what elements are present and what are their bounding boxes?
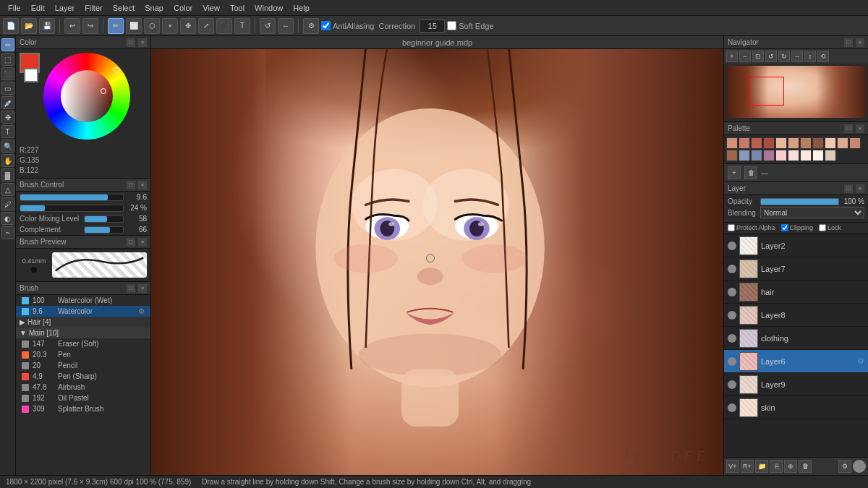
- tool-text[interactable]: T: [1, 125, 14, 138]
- navigator-expand[interactable]: □: [844, 38, 853, 47]
- layer6-gear-icon[interactable]: ⚙: [857, 356, 864, 366]
- correction-input[interactable]: [420, 20, 445, 33]
- toolbar-undo[interactable]: ↩: [64, 18, 80, 34]
- brush-opacity-track[interactable]: [20, 205, 124, 212]
- palette-color-17[interactable]: [800, 150, 812, 161]
- toolbar-new[interactable]: 📄: [3, 18, 19, 34]
- navigator-close[interactable]: ×: [856, 38, 864, 47]
- brush-category-hair[interactable]: ▶ Hair [4]: [16, 317, 150, 328]
- brush-pen-sharp[interactable]: 4.9 Pen (Sharp): [16, 371, 150, 382]
- brush-preview-close[interactable]: ×: [138, 238, 147, 247]
- opacity-slider[interactable]: [760, 198, 839, 205]
- tool-eraser[interactable]: ⬚: [1, 53, 14, 66]
- navigator-thumbnail[interactable]: [726, 66, 866, 118]
- antialiasing-checkbox[interactable]: [321, 21, 331, 30]
- tool-eyedropper[interactable]: 💉: [1, 96, 14, 109]
- brush-oil-pastel[interactable]: 192 Oil Pastel: [16, 393, 150, 403]
- brush-pen[interactable]: 20.3 Pen: [16, 349, 150, 360]
- layer-row-layer6[interactable]: Layer6 ⚙: [724, 350, 868, 373]
- layer-row-clothing[interactable]: clothing: [724, 327, 868, 350]
- layer-row-layer7[interactable]: Layer7: [724, 257, 868, 281]
- layer-delete[interactable]: 🗑: [744, 166, 757, 179]
- layer-tb-settings[interactable]: ⚙: [838, 460, 851, 473]
- navigator-content[interactable]: [724, 64, 868, 121]
- tool-gradient[interactable]: ▓: [1, 168, 14, 181]
- palette-color-12[interactable]: [739, 150, 750, 161]
- brush-control-close[interactable]: ×: [138, 181, 147, 189]
- brush-watercolor-wet[interactable]: 100 Watercolor (Wet): [16, 295, 150, 306]
- layer-row-layer9[interactable]: Layer9: [724, 373, 868, 396]
- toolbar-fill[interactable]: ⬛: [216, 18, 232, 34]
- palette-color-5[interactable]: [788, 137, 799, 149]
- palette-color-9[interactable]: [837, 137, 848, 149]
- palette-color-11[interactable]: [726, 150, 738, 161]
- palette-color-3[interactable]: [763, 137, 775, 149]
- tool-brush[interactable]: ✏: [1, 38, 14, 51]
- background-color[interactable]: [24, 68, 38, 82]
- layer-vis-hair[interactable]: [728, 288, 736, 296]
- menu-file[interactable]: File: [3, 2, 26, 14]
- layer-vis-clothing[interactable]: [728, 334, 736, 343]
- lock-checkbox[interactable]: [819, 224, 826, 231]
- tool-smear[interactable]: ~: [1, 226, 14, 239]
- menu-snap[interactable]: Snap: [140, 2, 169, 14]
- nav-fit[interactable]: ⊡: [752, 51, 764, 62]
- toolbar-save[interactable]: 💾: [39, 18, 55, 34]
- layer-vis-layer6[interactable]: [728, 357, 736, 366]
- layer-tb-copy[interactable]: ⎘: [770, 460, 783, 473]
- palette-color-6[interactable]: [800, 137, 812, 149]
- protect-alpha-checkbox[interactable]: [728, 224, 735, 231]
- tool-fill[interactable]: ⬛: [1, 67, 14, 80]
- toolbar-lasso[interactable]: ⚬: [162, 18, 178, 34]
- layer-tb-delete[interactable]: 🗑: [799, 460, 812, 473]
- menu-help[interactable]: Help: [288, 2, 315, 14]
- layer-vis-skin[interactable]: [728, 403, 736, 412]
- palette-expand[interactable]: □: [844, 124, 853, 133]
- palette-color-4[interactable]: [775, 137, 787, 149]
- nav-zoom-out[interactable]: −: [739, 51, 751, 62]
- brush-category-main[interactable]: ▼ Main [10]: [16, 328, 150, 338]
- layer-tb-new-vector[interactable]: V+: [726, 460, 739, 473]
- nav-reset[interactable]: ⟲: [817, 51, 829, 62]
- menu-select[interactable]: Select: [108, 2, 140, 14]
- color-panel-close[interactable]: ×: [138, 38, 147, 47]
- menu-view[interactable]: View: [197, 2, 225, 14]
- blending-select[interactable]: Normal Multiply Screen Overlay: [760, 207, 864, 218]
- tool-color-mix[interactable]: ◐: [1, 212, 14, 225]
- brush-size-track[interactable]: [20, 194, 124, 201]
- palette-color-10[interactable]: [849, 137, 861, 149]
- toolbar-brush[interactable]: ✏: [108, 18, 124, 34]
- layer-vis-layer7[interactable]: [728, 265, 736, 273]
- layer-vis-layer8[interactable]: [728, 311, 736, 320]
- color-wheel[interactable]: [43, 53, 130, 140]
- color-wheel-container[interactable]: [43, 53, 130, 140]
- tool-shape[interactable]: △: [1, 183, 14, 196]
- brush-watercolor-selected[interactable]: 9.6 Watercolor ⚙: [16, 306, 150, 317]
- brush-splatter[interactable]: 309 Splatter Brush: [16, 403, 150, 414]
- nav-rotate-right[interactable]: ↻: [778, 51, 790, 62]
- palette-color-14[interactable]: [763, 150, 775, 161]
- toolbar-open[interactable]: 📂: [21, 18, 37, 34]
- color-mixing-track[interactable]: [84, 215, 124, 223]
- layer-row-skin[interactable]: skin: [724, 396, 868, 419]
- layer-new[interactable]: +: [728, 166, 741, 179]
- layer-tb-new-raster[interactable]: R+: [741, 460, 754, 473]
- menu-layer[interactable]: Layer: [50, 2, 80, 14]
- menu-color[interactable]: Color: [169, 2, 197, 14]
- toolbar-settings[interactable]: ⚙: [303, 18, 319, 34]
- layer-panel-expand[interactable]: □: [844, 184, 853, 193]
- layer-tb-merge[interactable]: ⊕: [784, 460, 797, 473]
- brush-control-expand[interactable]: □: [127, 181, 135, 189]
- brush-preview-expand[interactable]: □: [127, 238, 135, 247]
- toolbar-transform[interactable]: ⤢: [198, 18, 214, 34]
- layer-panel-close[interactable]: ×: [856, 184, 864, 193]
- antialiasing-label[interactable]: AntiAliasing: [321, 21, 374, 30]
- palette-color-18[interactable]: [812, 150, 824, 161]
- layer-row-layer8[interactable]: Layer8: [724, 304, 868, 327]
- toolbar-move[interactable]: ✥: [180, 18, 196, 34]
- toolbar-select-poly[interactable]: ⬡: [144, 18, 160, 34]
- canvas-viewport[interactable]: JYUNDEE: [151, 49, 723, 475]
- palette-color-15[interactable]: [775, 150, 787, 161]
- palette-color-7[interactable]: [812, 137, 824, 149]
- menu-window[interactable]: Window: [250, 2, 288, 14]
